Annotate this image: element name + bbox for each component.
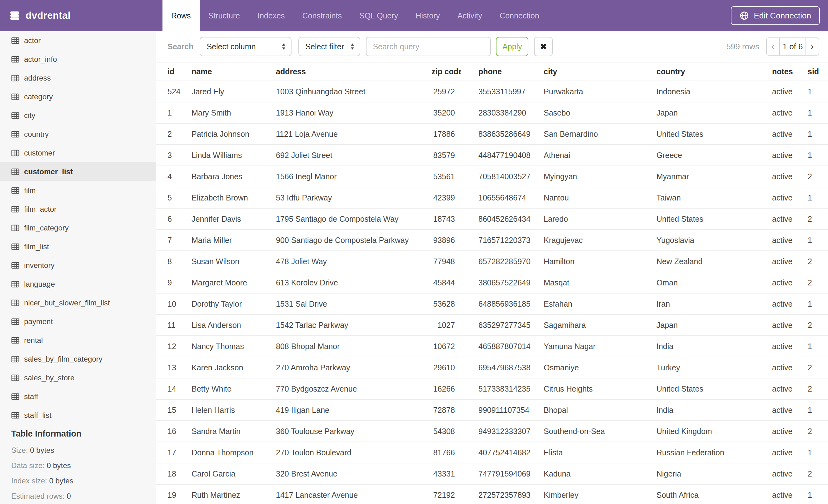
cell-notes[interactable]: active bbox=[772, 272, 802, 293]
cell-name[interactable]: Helen Harris bbox=[192, 399, 276, 421]
cell-notes[interactable]: active bbox=[772, 251, 802, 272]
cell-address[interactable]: 1003 Qinhuangdao Street bbox=[276, 81, 431, 102]
column-header-address[interactable]: address bbox=[276, 62, 431, 81]
cell-country[interactable]: United States bbox=[656, 123, 772, 145]
sidebar-item-customer_list[interactable]: customer_list bbox=[0, 163, 156, 181]
cell-country[interactable]: United Kingdom bbox=[656, 421, 772, 442]
cell-phone[interactable]: 705814003527 bbox=[461, 166, 542, 187]
cell-name[interactable]: Linda Williams bbox=[192, 145, 276, 166]
cell-zip-code[interactable]: 81766 bbox=[431, 442, 461, 463]
cell-address[interactable]: 900 Santiago de Compostela Parkway bbox=[276, 230, 431, 251]
cell-phone[interactable]: 10655648674 bbox=[461, 187, 542, 208]
cell-country[interactable]: Taiwan bbox=[656, 187, 772, 208]
cell-phone[interactable]: 517338314235 bbox=[461, 378, 542, 399]
cell-notes[interactable]: active bbox=[772, 336, 802, 357]
table-row[interactable]: 6Jennifer Davis1795 Santiago de Composte… bbox=[156, 208, 828, 230]
cell-notes[interactable]: active bbox=[772, 357, 802, 378]
column-header-name[interactable]: name bbox=[192, 62, 276, 81]
cell-name[interactable]: Jennifer Davis bbox=[192, 208, 276, 230]
cell-name[interactable]: Mary Smith bbox=[192, 102, 276, 123]
cell-name[interactable]: Ruth Martinez bbox=[192, 484, 276, 504]
cell-phone[interactable]: 35533115997 bbox=[461, 81, 542, 102]
column-select[interactable]: Select column bbox=[200, 37, 292, 56]
cell-notes[interactable]: active bbox=[772, 102, 802, 123]
cell-sid[interactable]: 2 bbox=[802, 357, 828, 378]
cell-city[interactable]: Citrus Heights bbox=[542, 378, 656, 399]
cell-notes[interactable]: active bbox=[772, 208, 802, 230]
table-row[interactable]: 9Margaret Moore613 Korolev Drive45844380… bbox=[156, 272, 828, 293]
cell-address[interactable]: 613 Korolev Drive bbox=[276, 272, 431, 293]
tab-structure[interactable]: Structure bbox=[200, 0, 249, 31]
cell-address[interactable]: 1913 Hanoi Way bbox=[276, 102, 431, 123]
sidebar-item-actor_info[interactable]: actor_info bbox=[0, 50, 156, 69]
cell-zip-code[interactable]: 83579 bbox=[431, 145, 461, 166]
prev-page-button[interactable]: ‹ bbox=[767, 38, 779, 55]
cell-zip-code[interactable]: 17886 bbox=[431, 123, 461, 145]
table-row[interactable]: 524Jared Ely1003 Qinhuangdao Street25972… bbox=[156, 81, 828, 102]
sidebar-item-film_category[interactable]: film_category bbox=[0, 219, 156, 237]
cell-notes[interactable]: active bbox=[772, 123, 802, 145]
search-query-input[interactable] bbox=[366, 37, 491, 56]
cell-address[interactable]: 692 Joliet Street bbox=[276, 145, 431, 166]
cell-name[interactable]: Susan Wilson bbox=[192, 251, 276, 272]
sidebar-item-staff[interactable]: staff bbox=[0, 387, 156, 406]
table-row[interactable]: 2Patricia Johnson1121 Loja Avenue1788683… bbox=[156, 123, 828, 145]
cell-sid[interactable]: 2 bbox=[802, 421, 828, 442]
cell-id[interactable]: 9 bbox=[156, 272, 192, 293]
cell-city[interactable]: Osmaniye bbox=[542, 357, 656, 378]
cell-id[interactable]: 2 bbox=[156, 123, 192, 145]
cell-name[interactable]: Margaret Moore bbox=[192, 272, 276, 293]
cell-country[interactable]: Indonesia bbox=[656, 81, 772, 102]
cell-name[interactable]: Patricia Johnson bbox=[192, 123, 276, 145]
cell-id[interactable]: 18 bbox=[156, 463, 192, 484]
cell-notes[interactable]: active bbox=[772, 378, 802, 399]
cell-zip-code[interactable]: 10672 bbox=[431, 336, 461, 357]
cell-sid[interactable]: 1 bbox=[802, 123, 828, 145]
cell-city[interactable]: Hamilton bbox=[542, 251, 656, 272]
cell-id[interactable]: 13 bbox=[156, 357, 192, 378]
cell-sid[interactable]: 1 bbox=[802, 399, 828, 421]
cell-notes[interactable]: active bbox=[772, 293, 802, 314]
cell-country[interactable]: United States bbox=[656, 378, 772, 399]
sidebar-item-nicer_but_slower_film_list[interactable]: nicer_but_slower_film_list bbox=[0, 293, 156, 312]
cell-city[interactable]: Esfahan bbox=[542, 293, 656, 314]
cell-sid[interactable]: 2 bbox=[802, 463, 828, 484]
cell-address[interactable]: 770 Bydgoszcz Avenue bbox=[276, 378, 431, 399]
cell-id[interactable]: 15 bbox=[156, 399, 192, 421]
cell-zip-code[interactable]: 45844 bbox=[431, 272, 461, 293]
cell-id[interactable]: 524 bbox=[156, 81, 192, 102]
cell-id[interactable]: 12 bbox=[156, 336, 192, 357]
cell-phone[interactable]: 860452626434 bbox=[461, 208, 542, 230]
cell-city[interactable]: Nantou bbox=[542, 187, 656, 208]
table-row[interactable]: 1Mary Smith1913 Hanoi Way352002830338429… bbox=[156, 102, 828, 123]
cell-city[interactable]: Purwakarta bbox=[542, 81, 656, 102]
cell-id[interactable]: 11 bbox=[156, 314, 192, 336]
cell-country[interactable]: Japan bbox=[656, 102, 772, 123]
sidebar-item-rental[interactable]: rental bbox=[0, 331, 156, 350]
cell-country[interactable]: New Zealand bbox=[656, 251, 772, 272]
cell-notes[interactable]: active bbox=[772, 230, 802, 251]
cell-sid[interactable]: 1 bbox=[802, 293, 828, 314]
cell-address[interactable]: 270 Amroha Parkway bbox=[276, 357, 431, 378]
table-row[interactable]: 16Sandra Martin360 Toulouse Parkway54308… bbox=[156, 421, 828, 442]
cell-zip-code[interactable]: 42399 bbox=[431, 187, 461, 208]
cell-phone[interactable]: 695479687538 bbox=[461, 357, 542, 378]
cell-address[interactable]: 1531 Sal Drive bbox=[276, 293, 431, 314]
sidebar-item-category[interactable]: category bbox=[0, 87, 156, 106]
column-header-city[interactable]: city bbox=[542, 62, 656, 81]
sidebar-item-film[interactable]: film bbox=[0, 181, 156, 200]
cell-phone[interactable]: 465887807014 bbox=[461, 336, 542, 357]
cell-id[interactable]: 19 bbox=[156, 484, 192, 504]
cell-phone[interactable]: 716571220373 bbox=[461, 230, 542, 251]
cell-name[interactable]: Jared Ely bbox=[192, 81, 276, 102]
cell-city[interactable]: Kaduna bbox=[542, 463, 656, 484]
cell-phone[interactable]: 747791594069 bbox=[461, 463, 542, 484]
cell-address[interactable]: 270 Toulon Boulevard bbox=[276, 442, 431, 463]
cell-phone[interactable]: 657282285970 bbox=[461, 251, 542, 272]
cell-zip-code[interactable]: 53561 bbox=[431, 166, 461, 187]
cell-country[interactable]: Russian Federation bbox=[656, 442, 772, 463]
tab-indexes[interactable]: Indexes bbox=[249, 0, 294, 31]
cell-city[interactable]: San Bernardino bbox=[542, 123, 656, 145]
cell-name[interactable]: Dorothy Taylor bbox=[192, 293, 276, 314]
cell-phone[interactable]: 407752414682 bbox=[461, 442, 542, 463]
